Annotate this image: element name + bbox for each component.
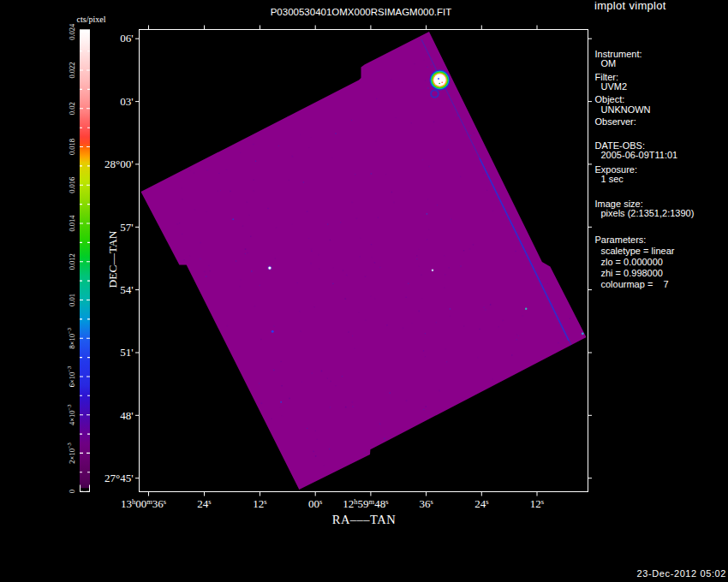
svg-text:0.01: 0.01 [68,294,76,306]
svg-text:0.02: 0.02 [68,102,76,115]
svg-text:zhi = 0.998000: zhi = 0.998000 [601,268,663,278]
svg-text:57': 57' [120,221,133,234]
svg-text:06': 06' [120,32,133,45]
svg-text:0.014: 0.014 [68,215,76,232]
svg-text:12h59m48s: 12h59m48s [343,497,388,510]
svg-text:23-Dec-2012 05:02: 23-Dec-2012 05:02 [637,568,726,579]
svg-text:colourmap = 7: colourmap = 7 [601,279,669,289]
svg-text:27°45': 27°45' [104,472,134,484]
svg-text:cts/pixel: cts/pixel [77,15,106,24]
svg-text:0: 0 [68,490,76,493]
svg-text:Filter:: Filter: [595,72,619,82]
svg-text:51': 51' [120,346,133,359]
svg-text:13h00m36s: 13h00m36s [121,497,166,510]
svg-text:Instrument:: Instrument: [595,49,642,59]
svg-text:UNKNOWN: UNKNOWN [601,104,651,115]
svg-text:48': 48' [120,409,133,422]
svg-text:OM: OM [601,58,617,68]
svg-text:pixels (2:1351,2:1390): pixels (2:1351,2:1390) [601,208,695,218]
svg-text:DATE-OBS:: DATE-OBS: [595,140,645,151]
svg-text:implot vimplot: implot vimplot [594,0,666,12]
svg-text:0.022: 0.022 [68,62,76,78]
svg-text:03': 03' [120,95,133,108]
svg-text:Object:: Object: [595,94,625,104]
svg-text:Parameters:: Parameters: [595,235,647,245]
svg-text:P0300530401OMX000RSIMAGM000.FI: P0300530401OMX000RSIMAGM000.FIT [271,7,452,17]
svg-text:zlo = 0.000000: zlo = 0.000000 [601,257,663,267]
svg-text:28°00': 28°00' [104,157,134,170]
svg-text:0.018: 0.018 [68,139,76,155]
svg-text:RA–––TAN: RA–––TAN [332,513,397,526]
svg-text:Observer:: Observer: [595,116,636,127]
svg-text:0.012: 0.012 [68,253,76,270]
svg-text:UVM2: UVM2 [601,81,628,92]
svg-text:0.024: 0.024 [68,23,76,40]
svg-text:1 sec: 1 sec [601,174,624,184]
svg-text:scaletype = linear: scaletype = linear [601,246,675,256]
svg-text:54': 54' [120,283,133,296]
svg-text:0.016: 0.016 [68,177,76,193]
svg-text:DEC––TAN: DEC––TAN [106,230,119,288]
svg-text:2005-06-09T11:01: 2005-06-09T11:01 [601,150,678,160]
